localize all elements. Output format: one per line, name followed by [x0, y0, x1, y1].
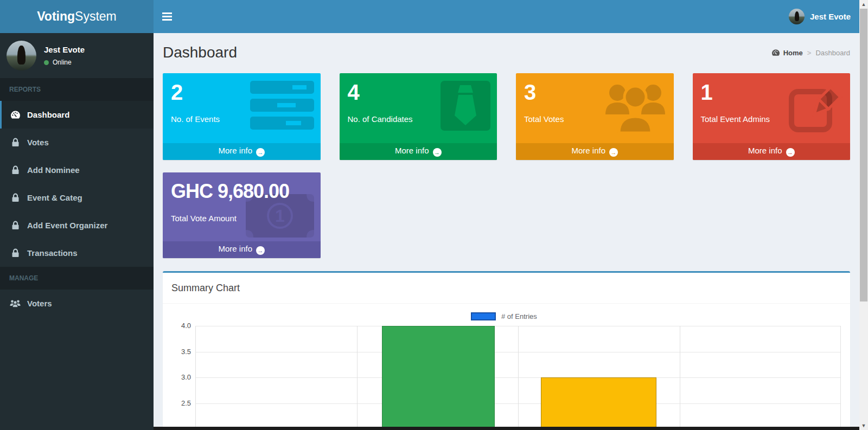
brand-light: System — [75, 9, 117, 24]
breadcrumb: Home > Dashboard — [771, 49, 850, 57]
gauge-icon — [9, 110, 21, 119]
user-avatar — [789, 9, 805, 24]
page-title: Dashboard — [163, 44, 237, 61]
sidebar-item-votes[interactable]: Votes — [0, 129, 154, 156]
y-tick-label: 2.5 — [163, 399, 191, 407]
stat-box-event-admins: 1 Total Event Admins More info→ — [693, 73, 851, 160]
stat-box-events: 2 No. of Events More info→ — [163, 73, 321, 160]
stat-label: No. of Events — [171, 114, 312, 124]
sidebar-item-label: Dashboard — [27, 110, 69, 119]
y-tick-label: 3.0 — [163, 373, 191, 381]
navbar-user-name: Jest Evote — [810, 12, 851, 21]
lock-icon — [9, 165, 21, 175]
sidebar-item-transactions[interactable]: Transactions — [0, 239, 154, 267]
gridline — [840, 326, 841, 430]
chart-bar — [541, 377, 656, 430]
summary-chart-panel: Summary Chart # of Entries 4.03.53.02.5 — [163, 271, 850, 430]
stat-box-candidates: 4 No. of Candidates More info→ — [340, 73, 497, 160]
content-area: Dashboard Home > Dashboard — [154, 33, 859, 430]
user-avatar — [7, 41, 36, 70]
scroll-down-arrow-icon[interactable]: ▼ — [859, 421, 868, 430]
stat-value: GHC 9,680.00 — [171, 179, 312, 204]
stat-value: 4 — [348, 80, 489, 105]
gridline — [357, 326, 358, 430]
more-info-link[interactable]: More info→ — [693, 143, 851, 160]
sidebar-item-label: Event & Categ — [27, 193, 82, 202]
y-tick-label: 3.5 — [163, 348, 191, 356]
brand-bold: Voting — [37, 9, 75, 24]
online-dot-icon — [44, 60, 49, 65]
gauge-icon — [771, 49, 780, 56]
more-info-link[interactable]: More info→ — [516, 143, 674, 160]
stat-box-vote-amount: 1 GHC 9,680.00 Total Vote Amount More in… — [163, 172, 321, 258]
arrow-circle-right-icon: → — [609, 148, 618, 157]
sidebar-item-label: Add Event Organizer — [27, 221, 107, 230]
breadcrumb-current: Dashboard — [815, 49, 850, 57]
brand-logo[interactable]: VotingSystem — [0, 0, 154, 33]
lock-icon — [9, 248, 21, 258]
sidebar-toggle-icon[interactable] — [155, 0, 180, 33]
more-info-link[interactable]: More info→ — [340, 143, 497, 160]
navbar-user-menu[interactable]: Jest Evote — [789, 9, 859, 24]
sidebar-section-manage: MANAGE — [0, 267, 154, 290]
sidebar-item-add-nominee[interactable]: Add Nominee — [0, 156, 154, 184]
sidebar-item-label: Votes — [27, 138, 49, 147]
arrow-circle-right-icon: → — [433, 148, 442, 157]
sidebar-item-label: Add Nominee — [27, 165, 80, 175]
vertical-scrollbar[interactable]: ▲ ▼ — [859, 0, 868, 430]
scroll-up-arrow-icon[interactable]: ▲ — [859, 0, 868, 9]
sidebar-section-reports: REPORTS — [0, 78, 154, 101]
sidebar-item-add-event-organizer[interactable]: Add Event Organizer — [0, 211, 154, 239]
stat-label: No. of Candidates — [348, 114, 489, 124]
chart-plot-area — [195, 304, 841, 430]
breadcrumb-separator: > — [807, 49, 812, 57]
sidebar-item-label: Transactions — [27, 248, 78, 258]
sidebar: Jest Evote Online REPORTS Dashboard — [0, 33, 154, 430]
more-info-link[interactable]: More info→ — [163, 241, 321, 258]
panel-title: Summary Chart — [171, 283, 841, 294]
stat-label: Total Vote Amount — [171, 214, 312, 223]
stat-label: Total Event Admins — [701, 114, 843, 124]
gridline — [680, 326, 680, 430]
more-info-link[interactable]: More info→ — [163, 143, 321, 160]
sidebar-item-event-categ[interactable]: Event & Categ — [0, 184, 154, 211]
arrow-circle-right-icon: → — [256, 246, 265, 255]
stat-value: 1 — [701, 80, 843, 105]
sidebar-user-status[interactable]: Online — [44, 59, 85, 66]
arrow-circle-right-icon: → — [786, 148, 795, 157]
lock-icon — [9, 193, 21, 202]
chart-bar — [382, 326, 495, 430]
gridline — [518, 326, 519, 430]
top-navbar: Jest Evote — [154, 0, 859, 33]
stat-box-total-votes: 3 Total Votes More info→ — [516, 73, 674, 160]
arrow-circle-right-icon: → — [256, 148, 265, 157]
sidebar-user-panel: Jest Evote Online — [0, 33, 154, 78]
sidebar-item-label: Voters — [27, 299, 52, 308]
gridline — [195, 326, 196, 430]
sidebar-item-dashboard[interactable]: Dashboard — [0, 101, 154, 129]
users-icon — [9, 299, 21, 307]
lock-icon — [9, 221, 21, 230]
y-tick-label: 4.0 — [163, 322, 191, 330]
lock-icon — [9, 138, 21, 147]
breadcrumb-home-link[interactable]: Home — [771, 49, 803, 57]
bottom-edge-bar — [154, 427, 859, 430]
stat-value: 2 — [171, 80, 312, 105]
stat-label: Total Votes — [524, 114, 666, 124]
stat-value: 3 — [524, 80, 666, 105]
sidebar-user-name: Jest Evote — [44, 45, 85, 54]
summary-chart: # of Entries 4.03.53.02.5 — [163, 304, 850, 430]
sidebar-item-voters[interactable]: Voters — [0, 290, 154, 317]
scrollbar-thumb[interactable] — [860, 9, 867, 301]
